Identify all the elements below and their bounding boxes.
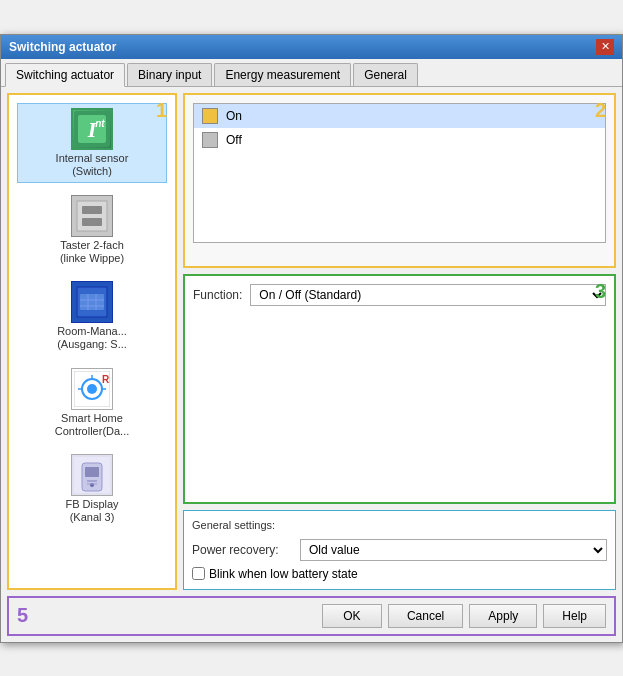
panel-1-number: 1 xyxy=(156,99,167,122)
state-icon-on xyxy=(202,108,218,124)
tab-binary[interactable]: Binary input xyxy=(127,63,212,86)
main-window: Switching actuator ✕ Switching actuator … xyxy=(0,34,623,643)
svg-text:nt: nt xyxy=(95,118,105,129)
function-select[interactable]: On / Off (Standard) Timer Scene xyxy=(250,284,606,306)
bottom-bar: 5 OK Cancel Apply Help xyxy=(7,596,616,636)
device-icon-fb xyxy=(71,454,113,496)
power-recovery-label: Power recovery: xyxy=(192,543,292,557)
blink-row: Blink when low battery state xyxy=(192,567,607,581)
state-item-off[interactable]: Off xyxy=(194,128,605,152)
device-label-taster: Taster 2-fach(linke Wippe) xyxy=(60,239,124,265)
tab-switching[interactable]: Switching actuator xyxy=(5,63,125,87)
panel-states: 2 On Off xyxy=(183,93,616,268)
panel-devices: 1 I nt Internal sensor(Switch) xyxy=(7,93,177,590)
svg-rect-24 xyxy=(85,467,99,477)
device-label-smarthome: Smart HomeController(Da... xyxy=(55,412,130,438)
blink-label[interactable]: Blink when low battery state xyxy=(209,567,358,581)
state-list: On Off xyxy=(193,103,606,243)
svg-rect-7 xyxy=(82,218,102,226)
ok-button[interactable]: OK xyxy=(322,604,382,628)
device-icon-taster xyxy=(71,195,113,237)
panel-general-settings: General settings: Power recovery: Old va… xyxy=(183,510,616,590)
right-area: 2 On Off 3 xyxy=(183,93,616,590)
panel-2-number: 2 xyxy=(595,99,606,122)
state-label-off: Off xyxy=(226,133,242,147)
main-content: 1 I nt Internal sensor(Switch) xyxy=(1,87,622,642)
device-item-taster[interactable]: Taster 2-fach(linke Wippe) xyxy=(17,191,167,269)
window-title: Switching actuator xyxy=(9,40,116,54)
device-label-internal: Internal sensor(Switch) xyxy=(56,152,129,178)
svg-point-17 xyxy=(87,384,97,394)
panel-function: 3 Function: On / Off (Standard) Timer Sc… xyxy=(183,274,616,504)
device-item-room[interactable]: Room-Mana...(Ausgang: S... xyxy=(17,277,167,355)
svg-text:RF: RF xyxy=(102,374,110,385)
bottom-number: 5 xyxy=(17,604,28,627)
cancel-button[interactable]: Cancel xyxy=(388,604,463,628)
title-bar: Switching actuator ✕ xyxy=(1,35,622,59)
general-settings-title: General settings: xyxy=(192,519,607,531)
close-button[interactable]: ✕ xyxy=(596,39,614,55)
svg-rect-6 xyxy=(82,206,102,214)
device-label-room: Room-Mana...(Ausgang: S... xyxy=(57,325,127,351)
blink-checkbox[interactable] xyxy=(192,567,205,580)
panel-3-number: 3 xyxy=(595,280,606,303)
tab-energy[interactable]: Energy measurement xyxy=(214,63,351,86)
function-row: Function: On / Off (Standard) Timer Scen… xyxy=(193,284,606,306)
main-layout: 1 I nt Internal sensor(Switch) xyxy=(7,93,616,590)
apply-button[interactable]: Apply xyxy=(469,604,537,628)
power-recovery-row: Power recovery: Old value On Off xyxy=(192,539,607,561)
tab-bar: Switching actuator Binary input Energy m… xyxy=(1,59,622,87)
state-item-on[interactable]: On xyxy=(194,104,605,128)
device-item-internal[interactable]: I nt Internal sensor(Switch) xyxy=(17,103,167,183)
device-item-smarthome[interactable]: RF Smart HomeController(Da... xyxy=(17,364,167,442)
device-icon-smarthome: RF xyxy=(71,368,113,410)
svg-rect-10 xyxy=(80,294,104,310)
help-button[interactable]: Help xyxy=(543,604,606,628)
function-label: Function: xyxy=(193,288,242,302)
state-icon-off xyxy=(202,132,218,148)
svg-rect-5 xyxy=(77,201,107,231)
device-item-fb[interactable]: FB Display(Kanal 3) xyxy=(17,450,167,528)
state-label-on: On xyxy=(226,109,242,123)
power-recovery-select[interactable]: Old value On Off xyxy=(300,539,607,561)
device-icon-room xyxy=(71,281,113,323)
device-label-fb: FB Display(Kanal 3) xyxy=(65,498,118,524)
tab-general[interactable]: General xyxy=(353,63,418,86)
device-icon-internal: I nt xyxy=(71,108,113,150)
